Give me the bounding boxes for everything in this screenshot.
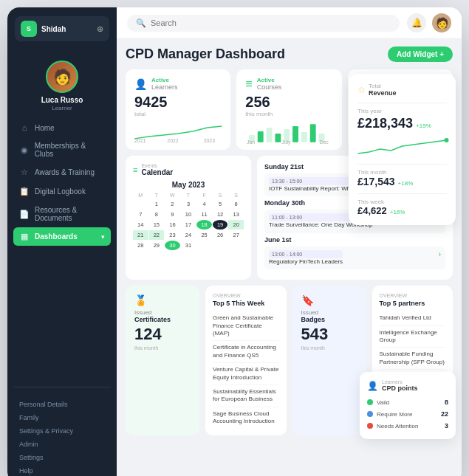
cal-day[interactable]: 13 (228, 210, 244, 219)
revenue-this-month: This month £17,543 +18% (357, 164, 447, 187)
cal-day[interactable]: 3 (181, 199, 196, 209)
stat-value: 9425 (134, 94, 222, 111)
avatar: 🧑 (46, 61, 78, 93)
sidebar-item-label: Memberships & Clubs (35, 142, 105, 158)
bottom-nav-label: Help (19, 467, 33, 475)
revenue-label: Total (369, 83, 397, 89)
top5-week-title: Top 5 This Week (213, 300, 279, 307)
cal-day-event[interactable]: 18 (196, 220, 212, 230)
cal-day[interactable]: 17 (181, 220, 196, 230)
cal-day[interactable]: 8 (149, 210, 165, 219)
sidebar-item-admin[interactable]: Admin (13, 438, 111, 451)
cpd-icon: 👤 (367, 381, 378, 391)
bottom-nav-label: Family (19, 414, 39, 421)
cal-day[interactable]: 9 (165, 210, 180, 219)
revenue-year-change: +19% (416, 123, 431, 129)
sidebar-item-family[interactable]: Family (13, 411, 111, 424)
search-icon: 🔍 (136, 18, 146, 28)
stat-status: Active (257, 77, 333, 83)
cal-day[interactable]: 25 (196, 230, 212, 240)
cal-day-range[interactable]: 22 (149, 230, 165, 240)
revenue-month-value: £17,543 (357, 176, 395, 187)
cal-day[interactable]: 23 (165, 230, 180, 240)
cpd-row-require: Require More 22 (367, 408, 448, 420)
cal-day[interactable]: 24 (181, 230, 196, 240)
cal-day[interactable]: 4 (196, 199, 212, 209)
notification-icon-btn[interactable]: 🔔 (407, 13, 426, 32)
sidebar-item-resources[interactable]: 📄 Resources & Documents (13, 201, 111, 227)
cal-day[interactable]: 6 (228, 199, 244, 209)
badge-icon: 🔖 (301, 294, 314, 306)
revenue-year-chart (357, 136, 447, 158)
revenue-year-value: £218,343 (357, 116, 413, 131)
cal-month: May 2023 (133, 181, 244, 189)
sidebar-item-awards[interactable]: ☆ Awards & Training (13, 163, 111, 182)
cal-day[interactable] (133, 199, 148, 209)
event-name: Regulatory FinTech Leaders (269, 258, 343, 266)
cpd-row-label: Require More (377, 411, 441, 418)
valid-dot (367, 399, 373, 405)
svg-text:Jan: Jan (247, 139, 255, 145)
cal-day[interactable]: 1 (149, 199, 165, 209)
sidebar-item-logbook[interactable]: 📋 Digital Logbook (13, 182, 111, 201)
revenue-year-label: This year (357, 108, 447, 114)
cal-day (213, 241, 228, 250)
cert-sub: this month (134, 345, 158, 351)
cal-day[interactable]: 15 (149, 220, 165, 230)
cal-day[interactable]: 10 (181, 210, 196, 219)
cal-day[interactable]: 2 (165, 199, 180, 209)
cal-day[interactable]: 14 (133, 220, 148, 230)
dashboard-header: CPD Manager Dashboard Add Widget + (126, 46, 453, 62)
list-item: Venture Capital & Private Equity Introdu… (213, 363, 279, 385)
badge-sub: this month (301, 345, 325, 351)
stat-status: Active (151, 77, 222, 83)
svg-text:Dec: Dec (320, 139, 329, 145)
cal-day-range[interactable]: 20 (228, 220, 244, 230)
cal-grid: M T W T F S S 1 2 3 4 5 6 (133, 192, 244, 250)
user-profile-section: 🧑 Luca Russo Learner (7, 55, 117, 119)
cal-day[interactable]: 31 (181, 241, 196, 250)
sidebar-item-memberships[interactable]: ◉ Memberships & Clubs (13, 137, 111, 162)
sidebar-item-settings[interactable]: Settings (13, 451, 111, 464)
cal-day[interactable]: 29 (149, 241, 165, 250)
top5-partners-title: Top 5 partners (380, 300, 446, 307)
cal-day[interactable]: 11 (196, 210, 212, 219)
user-avatar-btn[interactable]: 🧑 (432, 13, 451, 32)
search-input[interactable] (151, 18, 391, 27)
sidebar-item-settings-privacy[interactable]: Settings & Privacy (13, 424, 111, 438)
cal-day[interactable]: 28 (133, 241, 148, 250)
add-widget-button[interactable]: Add Widget + (388, 46, 453, 62)
bottom-nav-label: Settings (19, 454, 44, 461)
list-item: Sage Business Cloud Accounting Introduct… (213, 407, 279, 429)
sidebar-search-icon[interactable]: ⊕ (97, 24, 103, 34)
cal-day[interactable]: 5 (213, 199, 228, 209)
calendar-card: ≡ Events Calendar May 2023 M T W T F S (126, 156, 251, 280)
event-item[interactable]: 13:00 - 14:00 Regulatory FinTech Leaders… (264, 246, 445, 269)
cal-day-range[interactable]: 21 (133, 230, 148, 240)
stat-title: Learners (151, 83, 222, 91)
cal-day[interactable]: 16 (165, 220, 180, 230)
sidebar-item-label: Home (35, 124, 55, 132)
sidebar-brand-area[interactable]: S Shidah ⊕ (15, 16, 109, 41)
cal-day[interactable]: 12 (213, 210, 228, 219)
courses-icon: ≡ (245, 77, 252, 91)
certificates-card: 🏅 Issued Certificates 124 this month (126, 286, 199, 435)
cal-day[interactable]: 7 (133, 210, 148, 219)
sidebar-item-home[interactable]: ⌂ Home (13, 119, 111, 137)
search-bar[interactable]: 🔍 (127, 15, 400, 32)
cpd-row-value: 8 (445, 399, 448, 406)
cal-day-today[interactable]: 19 (213, 220, 228, 230)
cpd-row-value: 3 (445, 422, 448, 430)
revenue-title: Revenue (369, 89, 397, 97)
main-nav: ⌂ Home ◉ Memberships & Clubs ☆ Awards & … (7, 119, 117, 382)
sidebar-item-dashboards[interactable]: ▦ Dashboards ▾ (13, 227, 111, 246)
overview-label: Overview (380, 293, 446, 298)
cal-day-event[interactable]: 30 (165, 241, 180, 250)
list-item: Sustainability Essentials for European B… (213, 385, 279, 407)
sidebar-item-help[interactable]: Help (13, 464, 111, 476)
cpd-row-label: Valid (377, 399, 445, 406)
list-item: Certificate in Accounting and Finance QS… (213, 341, 279, 363)
cal-day[interactable]: 26 (213, 230, 228, 240)
sidebar-item-personal[interactable]: Personal Details (13, 398, 111, 411)
cal-day[interactable]: 27 (228, 230, 244, 240)
